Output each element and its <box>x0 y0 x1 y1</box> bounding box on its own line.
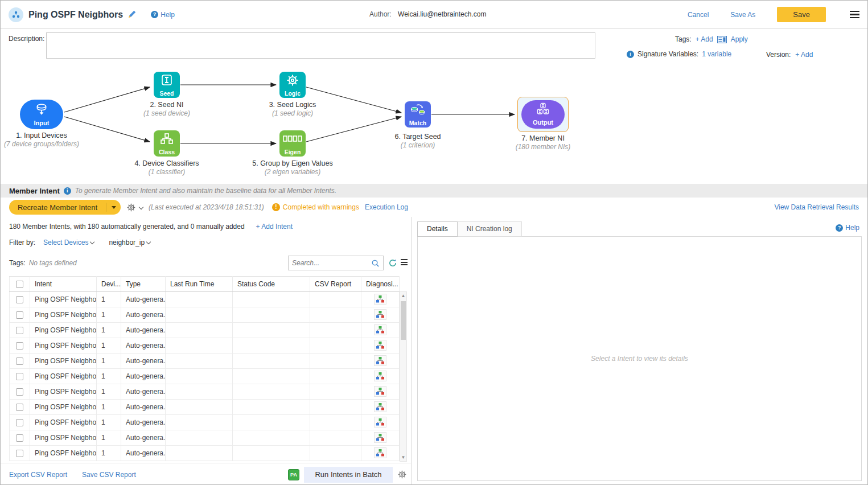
flow-node-target-seed[interactable]: Match <box>405 101 431 128</box>
help-label[interactable]: Help <box>161 11 175 19</box>
table-row[interactable]: Ping OSPF Neigbho...1Auto-genera... <box>10 323 400 338</box>
view-data-retrieval-results-link[interactable]: View Data Retrieval Results <box>774 203 859 211</box>
diagnosis-icon[interactable] <box>374 401 386 412</box>
column-intent[interactable]: Intent <box>30 277 97 292</box>
cell-status-code <box>233 400 310 415</box>
filter-neighbor-ip[interactable]: neighbor_ip <box>109 239 150 246</box>
eigen-squares-icon <box>279 135 306 142</box>
menu-icon[interactable] <box>850 11 859 19</box>
diagnosis-icon[interactable] <box>374 386 386 397</box>
flow-node-member-ni[interactable]: Output <box>517 97 569 132</box>
table-scrollbar[interactable]: ▲ ▼ <box>400 291 407 462</box>
diagnosis-icon[interactable] <box>374 324 386 335</box>
table-row[interactable]: Ping OSPF Neigbho...1Auto-genera... <box>10 307 400 323</box>
diagnosis-icon[interactable] <box>374 309 386 320</box>
node-badge: Input <box>20 120 63 126</box>
node-badge: Seed <box>154 90 180 97</box>
column-status-code[interactable]: Status Code <box>233 277 310 292</box>
flow-node-input-devices[interactable]: Input <box>20 100 63 129</box>
diagnosis-icon[interactable] <box>374 432 386 443</box>
row-checkbox[interactable] <box>16 419 23 426</box>
flow-node-device-classifiers[interactable]: Class <box>154 130 180 157</box>
recreate-member-intent-button[interactable]: Recreate Member Intent <box>9 200 121 215</box>
row-checkbox[interactable] <box>16 404 23 411</box>
scroll-up-icon[interactable]: ▲ <box>400 293 406 298</box>
column-csv-report[interactable]: CSV Report <box>310 277 361 292</box>
table-row[interactable]: Ping OSPF Neigbho...1Auto-genera... <box>10 430 400 446</box>
table-row[interactable]: Ping OSPF Neigbho...1Auto-genera... <box>10 400 400 415</box>
table-row[interactable]: Ping OSPF Neigbho...1Auto-genera... <box>10 384 400 400</box>
flow-node-seed-logics[interactable]: Logic <box>279 72 306 98</box>
scrollbar-thumb[interactable] <box>401 301 406 340</box>
column-type[interactable]: Type <box>121 277 166 292</box>
recreate-dropdown-caret[interactable] <box>106 203 121 212</box>
row-checkbox[interactable] <box>16 296 23 303</box>
save-as-button[interactable]: Save As <box>730 11 755 19</box>
flow-node-seed-ni[interactable]: Seed <box>154 72 180 98</box>
table-row[interactable]: Ping OSPF Neigbho...1Auto-genera... <box>10 415 400 430</box>
scroll-down-icon[interactable]: ▼ <box>400 455 406 460</box>
version-add-button[interactable]: + Add <box>795 51 813 59</box>
cell-status-code <box>233 323 310 338</box>
row-checkbox[interactable] <box>16 450 23 457</box>
diagnosis-icon[interactable] <box>374 417 386 428</box>
column-devices[interactable]: Devi... <box>97 277 121 292</box>
diagnosis-icon[interactable] <box>374 371 386 381</box>
cell-last-run-time <box>166 400 233 415</box>
add-intent-button[interactable]: + Add Intent <box>256 223 293 231</box>
edit-title-icon[interactable] <box>127 10 136 19</box>
help-link[interactable]: ? Help <box>151 11 175 19</box>
execution-settings-button[interactable] <box>126 203 143 212</box>
node-badge: Match <box>405 120 431 126</box>
tab-ni-creation-log[interactable]: NI Creation log <box>458 221 522 237</box>
row-checkbox[interactable] <box>16 357 23 365</box>
save-button[interactable]: Save <box>777 7 826 22</box>
search-input[interactable] <box>292 259 371 267</box>
diagnosis-icon[interactable] <box>374 294 386 305</box>
save-csv-report-link[interactable]: Save CSV Report <box>82 471 136 479</box>
preventive-automation-icon[interactable]: PA <box>288 469 299 480</box>
details-help-link[interactable]: ? Help <box>836 224 859 232</box>
diagnosis-icon[interactable] <box>374 447 386 458</box>
tags-add-button[interactable]: + Add <box>696 35 713 43</box>
tags-list-icon[interactable] <box>717 36 727 43</box>
run-intents-in-batch-button[interactable]: Run Intents in Batch <box>304 467 393 483</box>
row-checkbox[interactable] <box>16 388 23 396</box>
batch-settings-gear-icon[interactable] <box>397 470 407 479</box>
table-row[interactable]: Ping OSPF Neigbho...1Auto-genera... <box>10 354 400 369</box>
refresh-icon[interactable] <box>388 258 397 268</box>
node-label-match: 6. Target Seed (1 criterion) <box>355 133 480 149</box>
seed-i-icon <box>154 73 180 87</box>
diagnosis-icon[interactable] <box>374 355 386 366</box>
table-row[interactable]: Ping OSPF Neigbho...1Auto-genera... <box>10 446 400 461</box>
node-label-output: 7. Member NI (180 member NIs) <box>480 134 606 151</box>
column-last-run-time[interactable]: Last Run Time <box>166 277 233 292</box>
description-input[interactable] <box>46 32 595 59</box>
row-checkbox[interactable] <box>16 434 23 442</box>
row-checkbox[interactable] <box>16 311 23 319</box>
export-csv-report-link[interactable]: Export CSV Report <box>9 471 67 479</box>
search-icon[interactable] <box>371 259 380 268</box>
table-row[interactable]: Ping OSPF Neigbho...1Auto-genera... <box>10 292 400 307</box>
column-settings-icon[interactable] <box>401 259 408 265</box>
node-label-logic: 3. Seed Logics (1 seed logic) <box>230 101 355 117</box>
cell-last-run-time <box>166 323 233 338</box>
table-row[interactable]: Ping OSPF Neigbho...1Auto-genera... <box>10 369 400 384</box>
execution-log-link[interactable]: Execution Log <box>365 203 408 211</box>
row-checkbox[interactable] <box>16 342 23 350</box>
select-all-checkbox[interactable] <box>16 281 23 288</box>
intent-table-body: Ping OSPF Neigbho...1Auto-genera...Ping … <box>10 292 400 461</box>
intent-app-icon <box>9 7 23 22</box>
cancel-button[interactable]: Cancel <box>688 11 709 19</box>
tab-details[interactable]: Details <box>417 221 458 237</box>
diagnosis-icon[interactable] <box>374 340 386 351</box>
tags-apply-button[interactable]: Apply <box>731 35 748 43</box>
filter-select-devices[interactable]: Select Devices <box>43 239 94 246</box>
table-row[interactable]: Ping OSPF Neigbho...1Auto-genera... <box>10 338 400 354</box>
flow-node-group-eigen[interactable]: Eigen <box>279 130 306 157</box>
row-checkbox[interactable] <box>16 327 23 334</box>
column-diagnosis[interactable]: Diagnosi... <box>361 277 400 292</box>
signature-variables-value[interactable]: 1 variable <box>702 50 731 58</box>
tags-label: Tags: <box>9 259 26 267</box>
row-checkbox[interactable] <box>16 373 23 380</box>
